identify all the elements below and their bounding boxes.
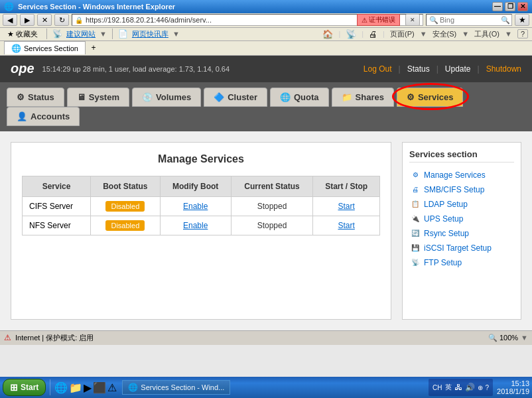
logout-link[interactable]: Log Out [364,64,392,74]
col-start-stop: Start / Stop [313,176,380,196]
enable-boot-button-nfs[interactable]: Enable [183,221,208,230]
boot-status-badge: Disabled [105,220,145,231]
app-icon: 🌐 [4,2,14,11]
services-table: Service Boot Status Modify Boot Current … [22,176,380,235]
minimize-button[interactable]: — [492,2,503,11]
volumes-tab-icon: 💿 [142,92,153,102]
ime-icon[interactable]: CH [432,384,442,391]
system-clock[interactable]: 15:13 2018/1/19 [497,379,529,395]
ime-lang-icon[interactable]: 英 [445,383,452,392]
nav-tab-status[interactable]: ⚙ Status [7,88,64,107]
ie-quicklaunch-icon[interactable]: 🌐 [54,381,68,394]
add-to-favorites-button[interactable]: ★ [515,14,529,26]
nav-tab-accounts[interactable]: 👤 Accounts [7,107,80,126]
current-status-cell: Stopped [231,196,313,216]
page-header: ope 15:14:29 up 28 min, 1 user, load ave… [0,56,532,82]
sidebar-item-ftp[interactable]: 📡 FTP Setup [409,255,514,270]
help-tray-icon[interactable]: ? [486,384,490,391]
warning-icon: ⚠ [362,17,367,24]
window-title: Services Section - Windows Internet Expl… [18,3,175,11]
new-tab-button[interactable]: + [87,41,100,54]
enable-boot-button[interactable]: Enable [183,202,208,211]
status-bar: ⚠ Internet | 保护模式: 启用 🔍 100% ▼ [0,330,532,345]
stop-button[interactable]: ✕ [37,14,52,26]
address-bar: ◀ ▶ ✕ ↻ 🔒 https://192.168.20.21:446/admi… [0,13,532,28]
main-panel: Manage Services Service Boot Status Modi… [11,142,391,320]
start-stop-cell: Start [313,196,380,216]
sidebar-item-manage-services[interactable]: ⚙ Manage Services [409,168,514,182]
rss-feed-icon[interactable]: 📡 [346,29,356,39]
boot-status-cell: Disabled [91,216,161,235]
network-icon[interactable]: 🖧 [454,383,462,392]
back-button[interactable]: ◀ [3,14,17,26]
search-input[interactable] [440,16,499,24]
nav-tab-system[interactable]: 🖥 System [67,88,129,107]
sidebar-item-iscsi[interactable]: 💾 iSCSI Target Setup [409,241,514,255]
help-button[interactable]: ? [517,29,528,38]
warning-quicklaunch-icon[interactable]: ⚠ [107,381,117,394]
col-service: Service [23,176,91,196]
windows-logo: ⊞ [10,382,18,393]
sidebar-item-ldap[interactable]: 📋 LDAP Setup [409,197,514,212]
page-menu[interactable]: 页面(P) [390,29,415,39]
close-tab-button[interactable]: ✕ [405,14,420,26]
update-link[interactable]: Update [445,64,471,74]
print-icon[interactable]: 🖨 [369,29,377,39]
browser-tab-services[interactable]: 🌐 Services Section [4,41,86,54]
search-submit-icon[interactable]: 🔍 [501,16,510,25]
terminal-quicklaunch-icon[interactable]: ⬛ [93,381,106,394]
service-name: NFS Server [23,216,91,235]
service-name: CIFS Server [23,196,91,216]
panel-title: Manage Services [22,153,380,165]
status-link[interactable]: Status [407,64,430,74]
toolbar: ★ 收藏夹 📡 建议网站 ▼ 📄 网页快讯库 ▼ 🏠 | 📡 | 🖨 | 页面(… [0,28,532,41]
start-service-button[interactable]: Start [338,202,354,211]
security-menu[interactable]: 安全(S) [432,29,457,39]
sidebar-item-rsync[interactable]: 🔄 Rsync Setup [409,226,514,241]
cert-error-badge[interactable]: ⚠ 证书错误 [357,14,400,26]
search-icon: 🔍 [429,16,438,25]
nav-tabs: ⚙ Status 🖥 System 💿 Volumes 🔷 Cluster 🌐 [0,82,532,107]
zoom-level: 🔍 100% [488,334,518,342]
col-modify-boot: Modify Boot [160,176,231,196]
content-area: Manage Services Service Boot Status Modi… [0,131,532,330]
nav-tab-volumes[interactable]: 💿 Volumes [132,88,201,107]
taskbar-right: CH 英 🖧 🔊 ⊕ ? 15:13 2018/1/19 [429,379,529,396]
shutdown-link[interactable]: Shutdown [486,64,521,74]
nav-tab-quota[interactable]: 🌐 Quota [270,88,329,107]
page-icon: 📄 [118,29,128,38]
star-icon: ★ [7,30,14,38]
sidebar-item-ups[interactable]: 🔌 UPS Setup [409,212,514,226]
table-row: NFS Server Disabled Enable Stopped Start [23,216,380,235]
nav-tab-cluster[interactable]: 🔷 Cluster [204,88,267,107]
restore-button[interactable]: ❐ [505,2,515,11]
quicklinks-link[interactable]: 网页快讯库 [132,29,168,39]
close-button[interactable]: ✕ [517,2,528,11]
boot-status-badge: Disabled [105,201,145,212]
home-icon[interactable]: 🏠 [322,29,333,39]
volume-icon[interactable]: 🔊 [465,383,475,392]
sidebar-item-smb-cifs[interactable]: 🖨 SMB/CIFS Setup [409,182,514,197]
tray-icon-1[interactable]: ⊕ [478,384,483,391]
taskbar: ⊞ Start 🌐 📁 ▶ ⬛ ⚠ 🌐 Services Section - W… [0,377,532,398]
col-boot-status: Boot Status [91,176,161,196]
toolbar-separator [46,29,47,39]
suggest-site-link[interactable]: 建议网站 [66,29,96,39]
address-input[interactable]: 🔒 https://192.168.20.21:446/admin/serv..… [72,14,423,26]
table-row: CIFS Server Disabled Enable Stopped Star… [23,196,380,216]
taskbar-task-ie[interactable]: 🌐 Services Section - Wind... [122,380,230,395]
nav-tab-services[interactable]: ⚙ Services [397,88,464,107]
refresh-button[interactable]: ↻ [54,14,69,26]
status-tab-icon: ⚙ [17,92,25,102]
modify-boot-cell: Enable [160,216,231,235]
media-quicklaunch-icon[interactable]: ▶ [84,381,92,394]
explorer-quicklaunch-icon[interactable]: 📁 [69,381,82,394]
ldap-icon: 📋 [411,200,420,209]
forward-button[interactable]: ▶ [20,14,34,26]
server-info: 15:14:29 up 28 min, 1 user, load average… [42,65,230,73]
start-button[interactable]: ⊞ Start [3,379,46,396]
favorites-button[interactable]: ★ 收藏夹 [4,28,41,40]
tools-menu[interactable]: 工具(O) [474,29,499,39]
nav-tab-shares[interactable]: 📁 Shares [332,88,394,107]
start-nfs-button[interactable]: Start [338,221,354,230]
